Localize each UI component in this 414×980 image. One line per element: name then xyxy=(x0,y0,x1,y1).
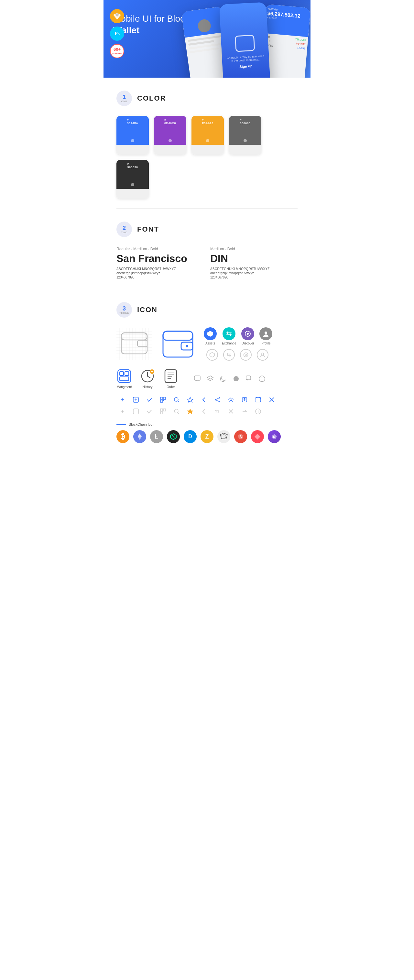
doc-add-icon xyxy=(131,395,140,404)
hero-section: Mobile UI for Blockchain Wallet UI Kit P… xyxy=(104,0,310,78)
order-icon xyxy=(163,368,178,384)
plus-icon: + xyxy=(118,395,127,404)
mana-icon xyxy=(251,430,264,443)
assets-icon xyxy=(204,327,217,340)
chat-icon xyxy=(193,374,202,383)
layers-icon xyxy=(206,374,215,383)
svg-line-64 xyxy=(178,401,179,402)
svg-point-34 xyxy=(245,354,247,356)
svg-marker-97 xyxy=(255,434,260,439)
ltc-icon: Ł xyxy=(150,430,163,443)
svg-rect-80 xyxy=(161,412,163,414)
font-din: Medium · Bold DIN ABCDEFGHIJKLMNOPQRSTUV… xyxy=(210,247,298,279)
font-section-title: FONT xyxy=(137,225,159,234)
svg-line-69 xyxy=(216,398,219,399)
discover-outline-icon xyxy=(240,349,252,361)
swatch-dark: #303030 xyxy=(116,160,149,199)
management-icon xyxy=(116,368,132,384)
blockchain-label-row: BlockChain Icon xyxy=(116,422,298,426)
search-icon xyxy=(172,395,181,404)
svg-point-66 xyxy=(219,397,220,398)
exchange-outline-icon xyxy=(223,349,235,361)
swatch-gray: #666666 xyxy=(229,116,261,154)
info-gray-icon xyxy=(253,407,263,416)
nav-icons-outline xyxy=(204,349,272,361)
svg-text:M: M xyxy=(273,435,275,439)
profile-outline-icon xyxy=(257,349,269,361)
profile-icon xyxy=(260,327,272,340)
svg-rect-25 xyxy=(163,331,193,340)
history-icon xyxy=(140,368,155,384)
icon-section-title: ICON xyxy=(137,305,158,314)
font-grid: Regular · Medium · Bold San Francisco AB… xyxy=(116,247,298,279)
ps-badge: Ps xyxy=(110,27,124,41)
svg-rect-77 xyxy=(133,409,139,414)
resize-icon xyxy=(253,395,263,404)
svg-point-68 xyxy=(219,401,220,402)
qr-icon xyxy=(158,395,167,404)
app-icons-row: Mangment History Order xyxy=(116,368,298,389)
circle-icon xyxy=(232,374,240,383)
svg-rect-39 xyxy=(119,377,129,381)
discover-icon-item: Discover xyxy=(241,327,254,345)
color-section-header: 1 ONE COLOR xyxy=(116,91,298,106)
moon-icon xyxy=(219,374,228,383)
history-icon-item: History xyxy=(140,368,155,389)
wallet-filled-container xyxy=(162,330,194,358)
svg-rect-62 xyxy=(165,402,166,402)
nav-icons-filled: Assets Exchange Discover xyxy=(204,327,272,345)
svg-point-35 xyxy=(262,353,264,355)
management-icon-item: Mangment xyxy=(116,368,132,389)
svg-point-71 xyxy=(230,399,232,401)
swatch-blue: #3574FA xyxy=(116,116,149,154)
settings-icon xyxy=(226,395,236,404)
svg-rect-24 xyxy=(163,331,193,357)
misc-icons-row xyxy=(193,368,266,389)
svg-rect-44 xyxy=(165,370,177,383)
svg-rect-51 xyxy=(246,376,251,380)
svg-rect-60 xyxy=(161,400,163,402)
blockchain-line xyxy=(116,424,126,425)
wallet-filled-icon xyxy=(162,330,194,358)
icon-section-header: 3 THREE ICON xyxy=(116,302,298,318)
qr-gray-icon xyxy=(158,407,167,416)
svg-point-27 xyxy=(186,345,188,347)
assets-outline-icon xyxy=(206,349,218,361)
grid-lines xyxy=(116,328,152,360)
svg-marker-32 xyxy=(210,353,215,357)
utility-icons-row-blue: + xyxy=(116,395,298,404)
matic-icon: M xyxy=(268,430,281,443)
iota-icon xyxy=(217,430,230,443)
assets-icon-item: Assets xyxy=(204,327,217,345)
svg-point-33 xyxy=(244,353,248,357)
svg-point-31 xyxy=(264,331,267,334)
svg-rect-78 xyxy=(161,409,163,411)
svg-point-50 xyxy=(234,376,239,381)
svg-marker-94 xyxy=(221,434,226,438)
color-section-number: 1 ONE xyxy=(116,91,132,106)
star-active-icon xyxy=(186,407,195,416)
plus-gray-icon: + xyxy=(118,407,127,416)
svg-marker-28 xyxy=(207,331,213,337)
svg-point-54 xyxy=(262,377,262,377)
wallet-icon-showcase: Assets Exchange Discover xyxy=(116,327,298,361)
swatch-purple: #8D40C8 xyxy=(154,116,186,154)
color-section: 1 ONE COLOR #3574FA #8D40C8 #F5A623 xyxy=(104,78,310,208)
icon-section-number: 3 THREE xyxy=(116,302,132,318)
svg-marker-93 xyxy=(220,433,228,439)
close-icon xyxy=(267,395,276,404)
crypto-icons-row: ₿ Ł D Z A M xyxy=(116,430,298,443)
cross-gray-icon xyxy=(226,407,236,416)
phone-mockups: Characters may be mastered in the great … xyxy=(180,0,310,78)
font-section-number: 2 TWO xyxy=(116,221,132,237)
swatch-orange: #F5A623 xyxy=(191,116,224,154)
wallet-wireframe-container xyxy=(116,328,152,360)
btc-icon: ₿ xyxy=(116,430,129,443)
discover-icon xyxy=(241,327,254,340)
svg-rect-74 xyxy=(256,398,260,402)
svg-point-88 xyxy=(258,410,258,411)
nav-icons-container: Assets Exchange Discover xyxy=(204,327,272,361)
profile-icon-item: Profile xyxy=(260,327,272,345)
screens-badge: 60+ Screens xyxy=(110,44,124,58)
svg-point-30 xyxy=(247,333,249,335)
